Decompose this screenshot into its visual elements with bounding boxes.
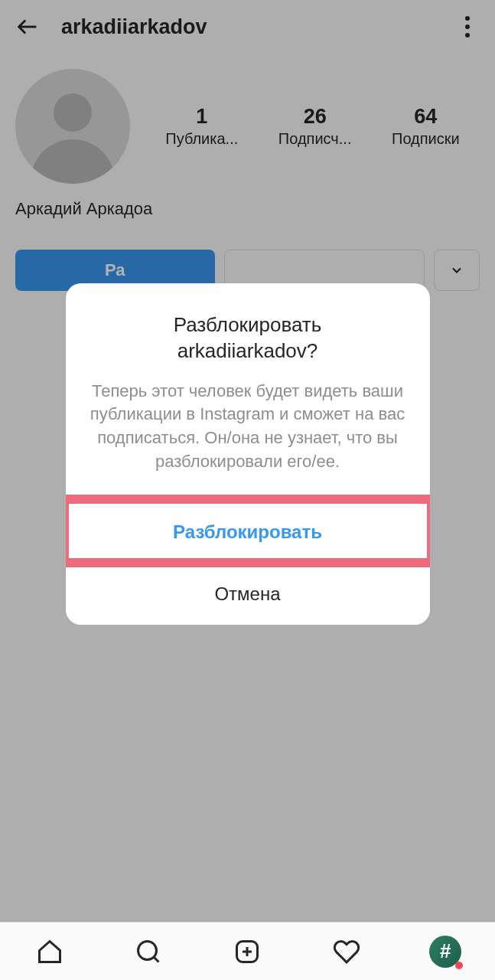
hashtag-icon: #	[429, 936, 461, 968]
home-nav[interactable]	[31, 933, 68, 970]
dialog-unblock-button[interactable]: Разблокировать	[66, 501, 430, 563]
svg-line-2	[155, 957, 159, 962]
activity-nav[interactable]	[328, 933, 365, 970]
search-nav[interactable]	[130, 933, 167, 970]
create-nav[interactable]	[229, 933, 265, 970]
dialog-title: Разблокировать arkadiiarkadov?	[66, 283, 430, 364]
unblock-dialog: Разблокировать arkadiiarkadov? Теперь эт…	[66, 283, 430, 625]
search-icon	[135, 938, 162, 965]
heart-icon	[333, 938, 360, 965]
notification-dot	[455, 962, 463, 969]
home-icon	[36, 938, 64, 965]
dialog-cancel-button[interactable]: Отмена	[66, 563, 430, 625]
svg-point-1	[138, 941, 157, 959]
bottom-navigation: #	[0, 922, 495, 980]
plus-square-icon	[233, 938, 261, 965]
dialog-description: Теперь этот человек будет видеть ваши пу…	[66, 364, 430, 501]
modal-overlay[interactable]: Разблокировать arkadiiarkadov? Теперь эт…	[0, 0, 495, 980]
profile-nav[interactable]: #	[427, 933, 464, 970]
